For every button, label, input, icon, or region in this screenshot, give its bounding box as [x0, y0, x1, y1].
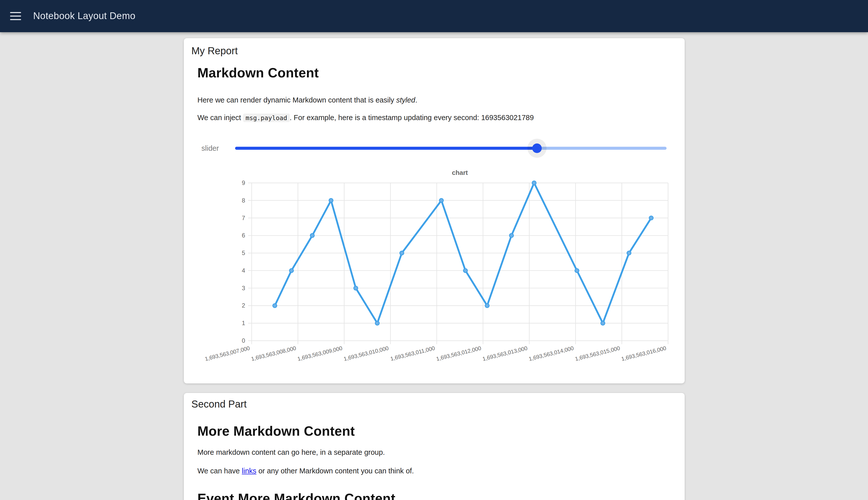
svg-text:2: 2 [242, 302, 245, 309]
markdown-paragraph-2: We can inject msg.payload. For example, … [197, 114, 534, 122]
group-title-second-part: Second Part [192, 398, 247, 410]
slider-handle[interactable] [532, 144, 542, 153]
svg-text:1: 1 [242, 320, 245, 326]
svg-text:5: 5 [242, 250, 245, 256]
second-card: Second Part More Markdown Content More m… [184, 393, 685, 500]
menu-bar [10, 15, 21, 16]
svg-text:chart: chart [452, 169, 468, 177]
svg-text:0: 0 [242, 337, 245, 344]
second-paragraph-2: We can have links or any other Markdown … [197, 467, 414, 475]
even-more-markdown-heading: Event More Markdown Content [197, 491, 395, 500]
svg-text:1,693,563,015,000: 1,693,563,015,000 [575, 345, 621, 362]
svg-text:1,693,563,016,000: 1,693,563,016,000 [621, 345, 667, 362]
app-header: Notebook Layout Demo [0, 0, 868, 32]
svg-text:3: 3 [242, 285, 245, 292]
italic-text: styled [396, 96, 415, 104]
app-title: Notebook Layout Demo [33, 11, 135, 22]
svg-text:1,693,563,011,000: 1,693,563,011,000 [390, 345, 436, 362]
slider-label: slider [201, 144, 219, 152]
menu-bar [10, 19, 21, 20]
markdown-paragraph-1: Here we can render dynamic Markdown cont… [197, 96, 417, 104]
dashboard-page: Notebook Layout Demo My Report Markdown … [0, 0, 868, 500]
group-title-my-report: My Report [192, 45, 238, 57]
svg-text:4: 4 [242, 267, 245, 274]
svg-text:1,693,563,007,000: 1,693,563,007,000 [204, 345, 251, 362]
paragraph-text: . [415, 96, 417, 104]
second-paragraph-1: More markdown content can go here, in a … [197, 448, 385, 456]
svg-text:9: 9 [242, 179, 245, 186]
paragraph-text: We can inject [197, 114, 243, 122]
chart-svg: 1,693,563,007,0001,693,563,008,0001,693,… [184, 164, 685, 375]
paragraph-text: Here we can render dynamic Markdown cont… [197, 96, 396, 104]
svg-text:1,693,563,014,000: 1,693,563,014,000 [528, 345, 575, 362]
inline-code-msg-payload: msg.payload [243, 114, 290, 122]
svg-text:7: 7 [242, 215, 245, 221]
paragraph-text: We can have [197, 467, 242, 475]
report-card: My Report Markdown Content Here we can r… [184, 38, 685, 384]
svg-text:1,693,563,008,000: 1,693,563,008,000 [251, 345, 297, 362]
timestamp-value: 1693563021789 [481, 114, 534, 122]
svg-text:1,693,563,009,000: 1,693,563,009,000 [297, 345, 343, 362]
svg-text:1,693,563,013,000: 1,693,563,013,000 [482, 345, 528, 362]
slider-track[interactable] [235, 147, 667, 150]
hamburger-menu-icon[interactable] [7, 6, 27, 26]
svg-text:1,693,563,010,000: 1,693,563,010,000 [343, 345, 389, 362]
more-markdown-heading: More Markdown Content [197, 424, 355, 439]
paragraph-text: . For example, here is a timestamp updat… [290, 114, 481, 122]
paragraph-text: or any other Markdown content you can th… [256, 467, 414, 475]
links-hyperlink[interactable]: links [242, 467, 256, 475]
slider-fill [235, 147, 537, 150]
menu-bar [10, 12, 21, 13]
markdown-heading: Markdown Content [197, 65, 319, 81]
svg-text:1,693,563,012,000: 1,693,563,012,000 [436, 345, 482, 362]
svg-text:8: 8 [242, 197, 245, 204]
line-chart: 1,693,563,007,0001,693,563,008,0001,693,… [184, 164, 685, 375]
svg-text:6: 6 [242, 232, 245, 239]
